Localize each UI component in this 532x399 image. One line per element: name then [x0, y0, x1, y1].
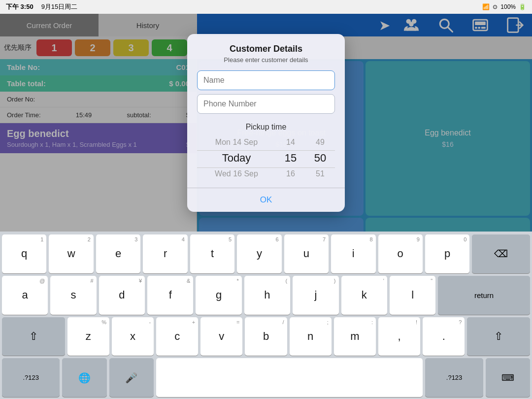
key-h[interactable]: (h	[244, 276, 290, 315]
key-k[interactable]: 'k	[341, 276, 387, 315]
key-m[interactable]: :m	[334, 317, 376, 356]
key-s[interactable]: #s	[50, 276, 96, 315]
key-comma[interactable]: !,	[378, 317, 420, 356]
name-input[interactable]	[197, 70, 335, 90]
key-i[interactable]: 8i	[331, 234, 375, 273]
shift-left-key[interactable]: ⇧	[2, 317, 65, 356]
return-key[interactable]: return	[438, 276, 530, 315]
key-period[interactable]: ?.	[423, 317, 465, 356]
key-a[interactable]: @a	[2, 276, 48, 315]
date-item-0: Mon 14 Sep	[197, 134, 276, 150]
dialog-subtitle: Please enter customer details	[197, 56, 335, 64]
key-l[interactable]: "l	[390, 276, 435, 315]
min-item-0: 49	[305, 134, 335, 150]
key-w[interactable]: 2w	[49, 234, 93, 273]
time-display: 下午 3:50	[6, 2, 33, 11]
key-u[interactable]: 7u	[284, 234, 329, 273]
hour-item-2: 16	[276, 166, 305, 182]
shift-right-key[interactable]: ⇧	[467, 317, 530, 356]
battery-display: 100%	[500, 3, 516, 10]
status-bar: 下午 3:50 9月15日周二 📶 ⊙ 100% 🔋	[0, 0, 532, 14]
wifi-icon: 📶	[482, 3, 490, 10]
key-g[interactable]: *g	[196, 276, 241, 315]
key-t[interactable]: 5t	[190, 234, 234, 273]
key-d[interactable]: ¥d	[99, 276, 145, 315]
num-switch-left[interactable]: .?123	[2, 358, 60, 397]
backspace-key[interactable]: ⌫	[472, 234, 530, 273]
keyboard: 1q 2w 3e 4r 5t 6y 7u 8i 9o 0p ⌫ @a #s ¥d…	[0, 232, 532, 399]
key-x[interactable]: -x	[112, 317, 154, 356]
globe-key[interactable]: 🌐	[62, 358, 106, 397]
dialog-title: Customer Details	[197, 44, 335, 54]
min-item-2: 51	[305, 166, 335, 182]
hour-item-1: 15	[276, 150, 305, 166]
key-o[interactable]: 9o	[378, 234, 423, 273]
hour-column[interactable]: 14 15 16	[276, 134, 305, 184]
ok-button[interactable]: OK	[197, 188, 335, 212]
hour-item-0: 14	[276, 134, 305, 150]
customer-details-dialog: Customer Details Please enter customer d…	[187, 34, 345, 212]
key-v[interactable]: =v	[200, 317, 242, 356]
time-picker[interactable]: Mon 14 Sep Today Wed 16 Sep 14 15 16 49 …	[197, 134, 335, 184]
min-item-1: 50	[305, 150, 335, 166]
space-key[interactable]	[156, 358, 423, 397]
date-item-2: Wed 16 Sep	[197, 166, 276, 182]
key-b[interactable]: /b	[245, 317, 287, 356]
key-z[interactable]: %z	[67, 317, 109, 356]
key-j[interactable]: )j	[293, 276, 338, 315]
battery-icon: 🔋	[519, 3, 526, 10]
phone-input[interactable]	[197, 94, 335, 114]
mic-key[interactable]: 🎤	[109, 358, 154, 397]
dialog-overlay: Customer Details Please enter customer d…	[0, 14, 532, 232]
key-n[interactable]: ;n	[290, 317, 332, 356]
key-y[interactable]: 6y	[237, 234, 281, 273]
key-f[interactable]: &f	[147, 276, 193, 315]
key-p[interactable]: 0p	[425, 234, 469, 273]
key-r[interactable]: 4r	[143, 234, 187, 273]
key-e[interactable]: 3e	[96, 234, 140, 273]
pickup-label: Pickup time	[197, 123, 335, 132]
min-column[interactable]: 49 50 51	[305, 134, 335, 184]
date-item-1: Today	[197, 150, 276, 166]
signal-icon: ⊙	[493, 3, 498, 10]
key-q[interactable]: 1q	[2, 234, 46, 273]
key-c[interactable]: +c	[156, 317, 198, 356]
num-switch-right[interactable]: .?123	[425, 358, 483, 397]
date-display: 9月15日周二	[41, 2, 78, 11]
date-column[interactable]: Mon 14 Sep Today Wed 16 Sep	[197, 134, 276, 184]
keyboard-hide-key[interactable]: ⌨	[486, 358, 530, 397]
